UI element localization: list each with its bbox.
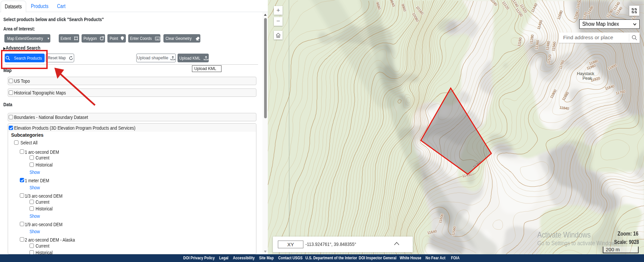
svg-text:Peak: Peak [583, 76, 592, 81]
svg-text:Haystack: Haystack [577, 71, 594, 76]
